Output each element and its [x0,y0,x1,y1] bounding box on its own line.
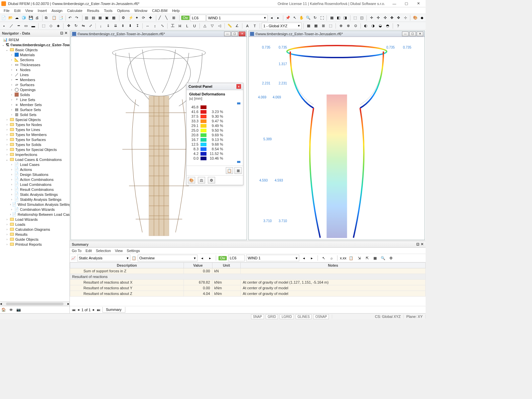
view3-icon[interactable]: ◒ [377,23,384,29]
sm-lc-prev[interactable]: ◂ [301,255,307,261]
tree-item[interactable]: ›━Members [1,77,69,82]
open-icon[interactable]: 📂 [7,15,13,21]
menu-window[interactable]: Window [132,8,150,13]
hand-icon[interactable]: ✋ [299,15,305,21]
txt2-icon[interactable]: T [251,23,258,29]
control-panel-close-icon[interactable]: x [236,84,241,89]
vp-min-icon[interactable]: — [402,32,409,36]
menu-help[interactable]: Help [170,8,182,13]
mesh-icon[interactable]: ▦ [329,15,334,21]
axis-icon[interactable]: ✛ [368,15,374,21]
pin-icon[interactable]: 📌 [285,15,291,21]
snap2-icon[interactable]: ⊗ [345,23,351,29]
tree-item[interactable]: ›📄Combination Wizards [1,207,69,212]
page-next-icon[interactable]: ▸ [93,308,95,312]
view4-icon[interactable]: ◓ [384,23,391,29]
tree-item[interactable]: ›🟦Materials [1,52,69,57]
loadcase-name[interactable]: WIND 1▾ [206,15,268,21]
cp-slider-bot[interactable] [237,161,240,163]
tree-item[interactable]: ›📄Result Combinations [1,187,69,192]
tree-item[interactable]: ›🟫Solids [1,92,69,97]
tree-basic[interactable]: ⌄Basic Objects [1,47,69,52]
tree-item[interactable]: ›📄Design Situations [1,172,69,177]
solid-icon[interactable]: ◧ [335,15,341,21]
menu-tools[interactable]: Tools [101,8,115,13]
minimize-button[interactable]: — [388,0,400,7]
toggle-glines[interactable]: GLINES [296,314,312,319]
viewport-right-canvas[interactable]: 0.735 0.735 0.735 0.735 1.317 2.231 2.23… [249,37,425,240]
sm-analysis-select[interactable]: Static Analysis▾ [77,255,130,261]
nav-home-icon[interactable]: 🏠 [1,308,6,312]
sm-cfg-icon[interactable]: ⚙ [388,255,394,261]
sm-exp2-icon[interactable]: ⇱ [364,255,370,261]
tree-root[interactable]: 📊RFEM [1,37,69,42]
sm-edit[interactable]: Edit [85,249,92,253]
tree-item[interactable]: ›Types for Lines [1,127,69,132]
doc-icon[interactable]: 📑 [58,15,64,21]
angle-icon[interactable]: ∠ [234,23,240,29]
grid3-icon[interactable]: ⊞ [320,23,327,29]
load4-icon[interactable]: ⇟ [119,23,126,29]
tree-item[interactable]: ›📄Load Combinations [1,182,69,187]
grid-icon[interactable]: ▩ [111,15,117,21]
wire3-icon[interactable]: ⊞ [172,15,178,21]
load1-icon[interactable]: ↓ [97,23,104,29]
grid1-icon[interactable]: ▦ [305,23,312,29]
viewport-left-canvas[interactable]: Control Panel x Global Deformations |u| … [71,37,247,240]
line-icon[interactable]: ／ [8,23,15,29]
vp-close-icon[interactable]: ✕ [417,32,423,36]
tree-item[interactable]: ›Loads [1,222,69,227]
snap3-icon[interactable]: ⊙ [352,23,359,29]
undo-icon[interactable]: ↶ [67,15,73,21]
view1-icon[interactable]: ◐ [362,23,369,29]
support3-icon[interactable]: ◁ [216,23,223,29]
viewport-right[interactable]: ©www.timberdesign.cz_Ester-Tower-in-Jeru… [248,31,425,240]
calc5-icon[interactable]: ✚ [148,15,154,21]
redo-icon[interactable]: ↷ [74,15,80,21]
menu-edit[interactable]: Edit [12,8,23,13]
grid2-icon[interactable]: ▩ [313,23,319,29]
menu-cadbim[interactable]: CAD-BIM [150,8,170,13]
col-notes[interactable]: Notes [241,263,426,268]
tree-project[interactable]: ⌄🏗©www.timberdesign.cz_Ester-Tower-in-Je… [1,42,69,47]
tree-item[interactable]: ›Calculation Diagrams [1,227,69,232]
loadcase-badge[interactable]: Ow [181,16,190,20]
panel2-icon[interactable]: ▤ [91,15,97,21]
col-value[interactable]: Value [184,263,212,268]
tree-item[interactable]: ›📄Load Cases [1,162,69,167]
summary-table[interactable]: Description Value Unit Notes Sum of supp… [70,262,426,306]
save-icon[interactable]: 💾 [28,15,34,21]
pin-icon[interactable]: ⊡ [60,31,63,35]
sm-next-icon[interactable]: ▸ [207,255,213,261]
tree-item[interactable]: ›📄Static Analysis Settings [1,192,69,197]
col-desc[interactable]: Description [70,263,184,268]
paste-icon[interactable]: 📋 [51,15,57,21]
sm-settings[interactable]: Settings [127,249,140,253]
sm-find-icon[interactable]: 🔍 [380,255,386,261]
nav-eye-icon[interactable]: 👁 [9,308,13,312]
viewport-left[interactable]: ©www.timberdesign.cz_Ester-Tower-in-Jeru… [70,31,247,240]
new-icon[interactable]: 📄 [1,15,7,21]
tree-item[interactable]: ›📄Action Combinations [1,177,69,182]
sm-num-icon[interactable]: x.xx [340,255,346,261]
cp-tab-scale-icon[interactable]: ⚖ [198,177,205,184]
table-row[interactable]: Resultant of reactions about Y0.00kNmAt … [70,285,426,291]
cursor-icon[interactable]: ↖ [292,15,298,21]
control-panel[interactable]: Control Panel x Global Deformations |u| … [186,83,243,185]
tree-item[interactable]: ›≡Member Sets [1,102,69,107]
panel3-icon[interactable]: ▦ [98,15,104,21]
sm-filter-icon[interactable]: ⌕ [328,255,335,261]
menu-options[interactable]: Options [115,8,132,13]
tree-item[interactable]: ›／Lines [1,72,69,77]
support2-icon[interactable]: ▽ [209,23,215,29]
toggle-lgrid[interactable]: LGRID [280,314,294,319]
sm-exp-icon[interactable]: ⇲ [356,255,362,261]
color-icon[interactable]: 🎨 [412,15,418,21]
tree-item[interactable]: ›▱Surfaces [1,82,69,87]
menu-results[interactable]: Results [85,8,102,13]
tree-item[interactable]: ›Types for Surfaces [1,137,69,142]
page-last-icon[interactable]: ⏭ [97,308,100,312]
coord-select[interactable]: 1 - Global XYZ▾ [262,23,302,29]
copy-icon[interactable]: ⧉ [44,15,50,21]
sm-lc-next[interactable]: ▸ [309,255,315,261]
